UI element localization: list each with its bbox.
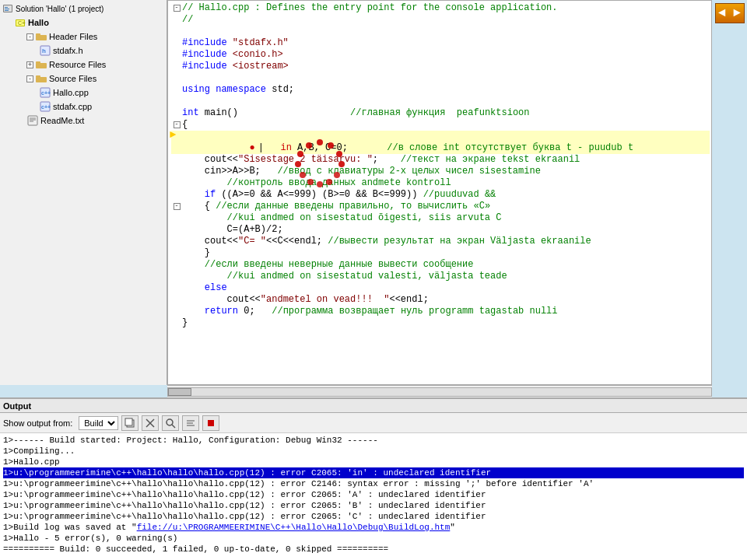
output-line-1: 1>------ Build started: Project: Hallo, …: [3, 435, 744, 446]
tree-hallo-cpp[interactable]: c++ Hallo.cpp: [2, 86, 165, 100]
code-line-20: cout<<"C= "<<C<<endl; //вывести результа…: [171, 236, 710, 247]
collapse-1[interactable]: -: [174, 5, 181, 12]
hallo-cpp-label: Hallo.cpp: [53, 88, 89, 97]
collapse-11[interactable]: -: [174, 121, 181, 128]
svg-rect-3: [5, 9, 9, 9]
output-line-7: 1>u:\programmeerimine\c++\hallo\hallo\ha…: [3, 500, 744, 511]
code-line-4: #include "stdafx.h": [171, 37, 710, 49]
readme-label: ReadMe.txt: [40, 116, 84, 125]
stop-icon: [205, 418, 216, 429]
code-line-13: cout<<"Sisestage 2 täisarvu: "; //текст …: [171, 154, 710, 166]
line-code-19: C=(A+B)/2;: [182, 224, 710, 236]
code-line-22: //если введены неверные данные вывести с…: [171, 259, 710, 271]
line-code-7: [182, 72, 710, 84]
expand-source[interactable]: -: [26, 75, 33, 82]
find-icon: [165, 418, 176, 429]
line-expand-27: [171, 317, 182, 329]
line-code-2: //: [182, 14, 710, 26]
tree-solution[interactable]: Solution 'Hallo' (1 project): [2, 2, 165, 16]
output-toolbar-btn-2[interactable]: [142, 415, 159, 431]
txt-file-icon: [27, 115, 38, 126]
build-log-link[interactable]: file://u:\PROGRAMMEERIMINE\C++\Hallo\Hal…: [137, 523, 451, 532]
line-code-17: { //если данные введены правильно, то вы…: [182, 201, 710, 212]
expand-header[interactable]: -: [26, 33, 33, 40]
tree-resource-files[interactable]: + Resource Files: [2, 58, 165, 72]
project-label: Hallo: [28, 18, 49, 27]
line-expand-8: [171, 84, 182, 96]
code-editor[interactable]: - // Hallo.cpp : Defines the entry point…: [167, 0, 712, 385]
output-toolbar-btn-5[interactable]: [202, 415, 219, 431]
code-line-19: C=(A+B)/2;: [171, 224, 710, 236]
tree-readme[interactable]: ReadMe.txt: [2, 114, 165, 128]
scrollbar-thumb[interactable]: [168, 388, 191, 396]
nav-back-button[interactable]: ◄ ►: [715, 3, 745, 23]
code-line-2: //: [171, 14, 710, 26]
line-expand-26: [171, 306, 182, 317]
line-expand-15: [171, 177, 182, 189]
svg-rect-8: [36, 35, 47, 40]
line-expand-20: [171, 236, 182, 247]
resource-files-label: Resource Files: [49, 60, 106, 69]
code-content: - // Hallo.cpp : Defines the entry point…: [168, 1, 712, 331]
output-toolbar-btn-1[interactable]: [121, 415, 139, 431]
line-expand-23: [171, 271, 182, 282]
line-expand-1[interactable]: -: [171, 2, 182, 14]
line-code-15: //контроль ввода данных andmete kontroll: [182, 177, 710, 189]
folder-source-icon: [36, 74, 47, 83]
svg-rect-46: [208, 420, 214, 426]
horizontal-scrollbar[interactable]: [167, 385, 712, 397]
svg-rect-20: [28, 116, 37, 125]
output-source-label: Show output from:: [3, 418, 72, 428]
code-line-16: if ((A>=0 && A<=999) (B>=0 && B<=999)) /…: [171, 189, 710, 201]
line-code-4: #include "stdafx.h": [182, 37, 710, 49]
tree-stdafx-h[interactable]: h stdafx.h: [2, 44, 165, 58]
code-line-14: cin>>A>>B; //ввод с клавиатуры 2-х целых…: [171, 166, 710, 177]
code-line-8: using namespace std;: [171, 84, 710, 96]
output-source-select[interactable]: Build: [79, 416, 118, 430]
code-line-7: [171, 72, 710, 84]
line-expand-12: ►: [171, 131, 182, 154]
code-line-21: }: [171, 247, 710, 259]
line-code-20: cout<<"C= "<<C<<endl; //вывести результа…: [182, 236, 710, 247]
output-line-9: 1>Build log was saved at "file://u:\PROG…: [3, 522, 744, 533]
tree-hallo-project[interactable]: C++ Hallo: [2, 16, 165, 30]
line-code-23: //kui andmed on sisestatud valesti, välj…: [182, 271, 710, 282]
output-line-2: 1>Compiling...: [3, 446, 744, 457]
tree-stdafx-cpp[interactable]: c++ stdafx.cpp: [2, 100, 165, 114]
output-text[interactable]: 1>------ Build started: Project: Hallo, …: [0, 433, 747, 560]
line-code-1: // Hallo.cpp : Defines the entry point f…: [182, 2, 710, 14]
scrollbar-track[interactable]: [167, 387, 712, 397]
folder-icon: [36, 32, 47, 41]
svg-rect-15: [36, 75, 40, 78]
output-toolbar-btn-4[interactable]: [182, 415, 199, 431]
code-line-26: return 0; //программа возвращает нуль pr…: [171, 306, 710, 317]
line-expand-24: [171, 282, 182, 294]
line-expand-10: [171, 107, 182, 119]
code-line-25: cout<<"andmetel on vead!!! "<<endl;: [171, 294, 710, 306]
h-file-icon: h: [40, 45, 51, 56]
source-files-label: Source Files: [49, 74, 96, 83]
wrap-icon: [185, 418, 196, 429]
output-header: Output: [0, 399, 747, 413]
copy-icon: [124, 418, 135, 429]
tree-source-files[interactable]: - Source Files: [2, 72, 165, 86]
code-line-6: #include <iostream>: [171, 61, 710, 72]
svg-rect-9: [36, 33, 40, 36]
line-code-11: {: [182, 119, 710, 131]
line-code-25: cout<<"andmetel on vead!!! "<<endl;: [182, 294, 710, 306]
collapse-17[interactable]: -: [174, 203, 181, 210]
line-code-22: //если введены неверные данные вывести с…: [182, 259, 710, 271]
line-expand-6: [171, 61, 182, 72]
line-code-12: ●| in A,B, C=0; //в слове int отсутствуе…: [182, 131, 710, 154]
svg-text:c++: c++: [41, 90, 51, 96]
code-line-5: #include <conio.h>: [171, 49, 710, 61]
line-expand-4: [171, 37, 182, 49]
solution-icon: [2, 3, 13, 14]
tree-header-files[interactable]: - Header Files: [2, 30, 165, 44]
stdafx-cpp-label: stdafx.cpp: [53, 102, 92, 111]
expand-resource[interactable]: +: [26, 61, 33, 68]
line-expand-17[interactable]: -: [171, 201, 182, 212]
output-toolbar-btn-3[interactable]: [162, 415, 179, 431]
line-code-3: [182, 26, 710, 37]
line-code-18: //kui andmed on sisestatud õigesti, siis…: [182, 212, 710, 224]
